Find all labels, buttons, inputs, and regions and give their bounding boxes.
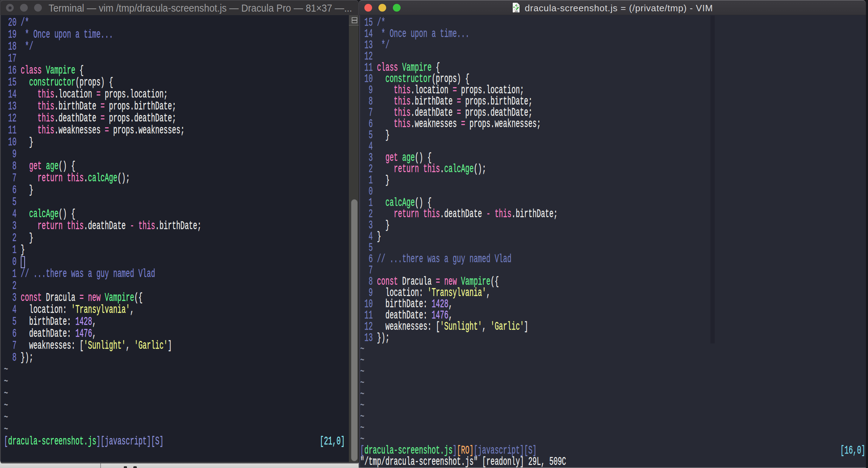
svg-text:JS: JS (515, 10, 518, 13)
